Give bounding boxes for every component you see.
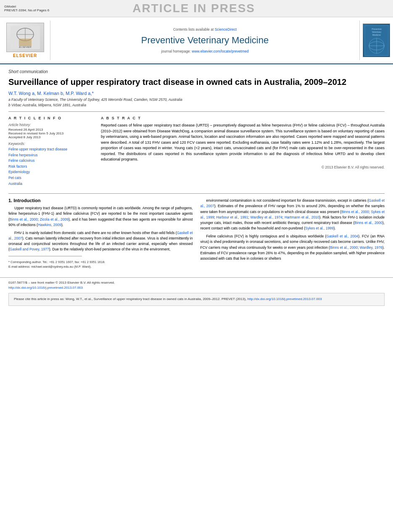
keyword-3: Feline calicivirus xyxy=(8,158,92,164)
prevet-label: PREVET-3394; No.of Pages 6 xyxy=(4,8,49,12)
elsevier-logo-image: ELSEVIER xyxy=(6,23,44,52)
abstract-col: A B S T R A C T Reported cases of feline… xyxy=(101,116,385,189)
journal-header: ELSEVIER ELSEVIER Contents lists availab… xyxy=(0,17,393,64)
footnote-2: E-mail address: michael.ward@sydney.edu.… xyxy=(8,264,193,269)
svg-text:Veterinary: Veterinary xyxy=(372,31,381,33)
doi-line: http://dx.doi.org/10.1016/j.prevetmed.20… xyxy=(8,285,385,290)
journal-title: Preventive Veterinary Medicine xyxy=(141,35,269,46)
homepage-label: journal homepage: xyxy=(161,49,191,53)
ref-gaskell-2004[interactable]: Gaskell et al., 2004 xyxy=(326,234,358,238)
ref-binns-2000b[interactable]: Binns et al., 2000 xyxy=(341,210,369,214)
intro-heading: 1. Introduction xyxy=(8,198,193,203)
article-info-col: A R T I C L E I N F O Article history: R… xyxy=(8,116,92,189)
page-wrapper: GModel PREVET-3394; No.of Pages 6 ARTICL… xyxy=(0,0,393,306)
journal-cover: Preventive Veterinary Medicine xyxy=(359,21,393,60)
contents-label: Contents lists available at xyxy=(173,27,214,32)
ref-hawkins[interactable]: Hawkins, 2009 xyxy=(38,223,61,227)
svg-rect-4 xyxy=(19,39,32,46)
ref-binns-2000[interactable]: Binns et al., 2000 xyxy=(10,217,38,221)
abstract-label: A B S T R A C T xyxy=(101,116,385,120)
right-col: environmental contamination is not consi… xyxy=(200,198,385,269)
intro-para-2: FHV-1 is mainly isolated from domestic c… xyxy=(8,230,193,253)
article-info-label: A R T I C L E I N F O xyxy=(8,116,92,120)
ref-hartmann[interactable]: Hartmann et al., 2010 xyxy=(285,215,319,219)
keyword-5: Epidemiology xyxy=(8,169,92,175)
footnote-divider xyxy=(8,256,82,256)
ref-binns-2000c[interactable]: Binns et al., 2000 xyxy=(354,221,382,225)
gmodel-info: GModel PREVET-3394; No.of Pages 6 xyxy=(4,5,49,12)
contents-line: Contents lists available at ScienceDirec… xyxy=(173,27,237,32)
copyright: © 2013 Elsevier B.V. All rights reserved… xyxy=(101,165,385,169)
section-title: Introduction xyxy=(13,198,40,203)
keyword-1: Feline upper respiratory tract disease xyxy=(8,147,92,153)
elsevier-brand: ELSEVIER xyxy=(13,53,37,58)
right-para-1: environmental contamination is not consi… xyxy=(200,198,385,231)
citation-bar: Please cite this article in press as: Wo… xyxy=(8,293,385,306)
intro-body: Upper respiratory tract disease (URTD) i… xyxy=(8,205,193,252)
sciencedirect-link[interactable]: ScienceDirect xyxy=(215,27,237,32)
ref-gaskell-2007[interactable]: Gaskell et al., 2007 xyxy=(8,231,193,240)
authors: W.T. Wong a, M. Kelman b, M.P. Ward a,* xyxy=(8,91,385,96)
homepage-link[interactable]: www.elsevier.com/locate/prevetmed xyxy=(192,49,248,53)
keywords-heading: Keywords: xyxy=(8,142,92,146)
right-para-2: Feline calicivirus (FCV) is highly conta… xyxy=(200,234,385,261)
article-body: Short communication Surveillance of uppe… xyxy=(0,64,393,274)
issn-line: 0167-5877/$ – see front matter © 2013 El… xyxy=(8,280,385,285)
affiliation-a: a Faculty of Veterinary Science, The Uni… xyxy=(8,97,385,102)
svg-text:ELSEVIER: ELSEVIER xyxy=(19,46,32,48)
ref-harbour[interactable]: Harbour et al., 1991 xyxy=(216,215,248,219)
ref-binns-2000d[interactable]: Binns et al., 2000 xyxy=(330,245,358,250)
svg-text:Preventive: Preventive xyxy=(372,28,382,30)
journal-homepage: journal homepage: www.elsevier.com/locat… xyxy=(161,49,249,53)
info-abstract-section: A R T I C L E I N F O Article history: R… xyxy=(8,116,385,189)
ref-gaskell-povey[interactable]: Gaskell and Povey, 1977 xyxy=(10,247,49,251)
abstract-text: Reported cases of feline upper respirato… xyxy=(101,123,385,163)
gmodel-label: GModel xyxy=(4,5,49,8)
cite-text: Please cite this article in press as: Wo… xyxy=(14,297,246,301)
article-title: Surveillance of upper respiratory tract … xyxy=(8,76,385,87)
revised-date: Received in revised form 5 July 2013 xyxy=(8,132,92,135)
history-heading: Article history: xyxy=(8,123,92,127)
keywords-list: Feline upper respiratory tract disease F… xyxy=(8,147,92,187)
keywords-group: Keywords: Feline upper respiratory tract… xyxy=(8,142,92,187)
ref-wardley-1974[interactable]: Wardley et al., 1974 xyxy=(251,215,282,219)
keyword-2: Feline herpesvirus xyxy=(8,153,92,158)
accepted-date: Accepted 8 July 2013 xyxy=(8,135,92,139)
svg-text:Medicine: Medicine xyxy=(372,34,380,36)
keyword-7: Australia xyxy=(8,181,92,187)
article-in-press-banner: ARTICLE IN PRESS xyxy=(49,2,338,15)
ref-gaskell-2007b[interactable]: Gaskell et al., 2007 xyxy=(200,198,385,208)
keyword-4: Risk factors xyxy=(8,164,92,170)
top-header: GModel PREVET-3394; No.of Pages 6 ARTICL… xyxy=(0,0,393,17)
ref-zicola[interactable]: Zicola et al., 2009 xyxy=(40,217,69,221)
issn-text: 0167-5877/$ – see front matter © 2013 El… xyxy=(8,281,115,284)
history-group: Article history: Received 26 April 2013 … xyxy=(8,123,92,139)
cite-doi-link[interactable]: http://dx.doi.org/10.1016/j.prevetmed.20… xyxy=(248,297,322,301)
section-number: 1. xyxy=(8,198,12,203)
main-content: 1. Introduction Upper respiratory tract … xyxy=(8,198,385,269)
right-body: environmental contamination is not consi… xyxy=(200,198,385,261)
journal-center: Contents lists available at ScienceDirec… xyxy=(50,21,359,60)
footnote-1: * Corresponding author. Tel.: +61 2 9351… xyxy=(8,260,193,264)
journal-cover-image: Preventive Veterinary Medicine xyxy=(363,24,390,57)
article-type: Short communication xyxy=(8,69,385,74)
left-col: 1. Introduction Upper respiratory tract … xyxy=(8,198,193,269)
intro-para-1: Upper respiratory tract disease (URTD) i… xyxy=(8,205,193,228)
ref-sykes-1999b[interactable]: Sykes et al., 1999 xyxy=(305,226,334,230)
ref-wardley-1976[interactable]: Wardley, 1976 xyxy=(360,245,382,250)
doi-link[interactable]: http://dx.doi.org/10.1016/j.prevetmed.20… xyxy=(8,286,83,290)
divider-2 xyxy=(8,193,385,194)
bottom-bar: 0167-5877/$ – see front matter © 2013 El… xyxy=(0,277,393,293)
keyword-6: Pet cats xyxy=(8,175,92,181)
affiliation-b: b Virbac Australia, Milperra, NSW 1891, … xyxy=(8,103,385,107)
elsevier-logo-section: ELSEVIER ELSEVIER xyxy=(0,21,50,60)
received-date: Received 26 April 2013 xyxy=(8,128,92,132)
divider-1 xyxy=(8,111,385,112)
